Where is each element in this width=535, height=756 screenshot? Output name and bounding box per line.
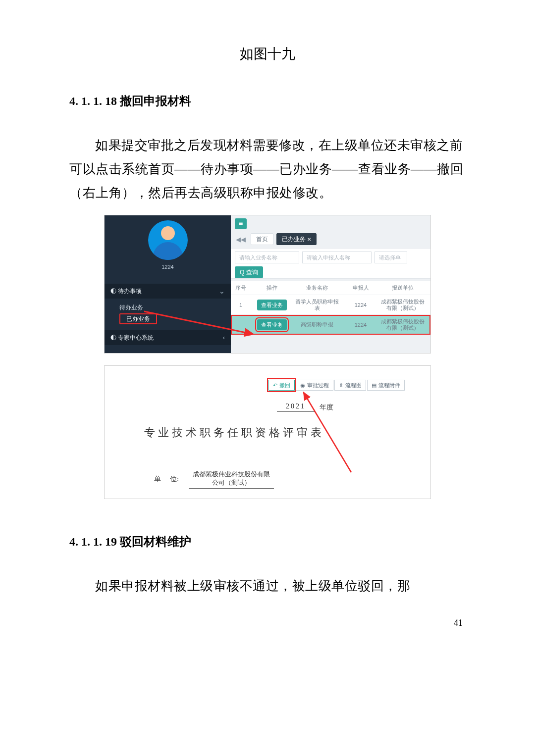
chart-icon: ⇭ xyxy=(339,380,343,390)
tab-scroll-left-icon[interactable]: ◀◀ xyxy=(234,236,248,243)
half-circle-icon: ◐ xyxy=(110,334,116,341)
sidebar-item-done[interactable]: 已办业务 xyxy=(119,313,157,324)
tab-bar: ◀◀ 首页 已办业务 xyxy=(231,232,317,246)
page-number: 41 xyxy=(69,618,466,628)
paragraph-a: 如果提交审批之后发现材料需要修改，在上级单位还未审核之前可以点击系统首页——待办… xyxy=(69,134,466,205)
doc-icon: ▤ xyxy=(372,380,376,390)
tab-done[interactable]: 已办业务 xyxy=(276,233,317,245)
recall-button[interactable]: ↶撤回 xyxy=(268,380,295,391)
screenshot-container: 1224 ◐ 待办事项 待办业务 已办业务 ◐ 专家中心系统 ≡ ◀◀ 首页 xyxy=(104,215,431,499)
flowchart-button[interactable]: ⇭流程图 xyxy=(334,380,366,391)
recall-icon: ↶ xyxy=(273,380,277,390)
attach-button[interactable]: ▤流程附件 xyxy=(367,380,405,391)
sidebar-submenu: 待办业务 已办业务 xyxy=(105,299,231,327)
detail-pane: ↶撤回 ◉审批过程 ⇭流程图 ▤流程附件 2021 年度 专业技术职务任职资格评… xyxy=(104,365,431,499)
half-circle-icon: ◐ xyxy=(110,288,116,295)
tab-home[interactable]: 首页 xyxy=(251,233,273,245)
search-icon: Q xyxy=(240,269,244,276)
detail-actions: ↶撤回 ◉审批过程 ⇭流程图 ▤流程附件 xyxy=(268,380,405,391)
figure-caption: 如图十九 xyxy=(69,45,466,63)
biz-name-input[interactable]: 请输入业务名称 xyxy=(235,252,299,263)
avatar[interactable] xyxy=(148,220,188,260)
section-heading-19: 4. 1. 1. 19 驳回材料维护 xyxy=(69,534,466,550)
applicant-input[interactable]: 请输入申报人名称 xyxy=(302,252,372,263)
view-button[interactable]: 查看业务 xyxy=(257,319,287,330)
unit-select[interactable]: 请选择单 xyxy=(374,252,407,263)
table-row[interactable]: 查看业务 高级职称申报 1224 成都紫极伟技股份有限（测试） xyxy=(231,315,430,335)
filter-bar: 请输入业务名称 请输入申报人名称 请选择单 Q查询 xyxy=(231,248,430,279)
detail-year: 2021 年度 xyxy=(277,403,333,412)
view-button[interactable]: 查看业务 xyxy=(257,300,287,310)
table-row[interactable]: 1 查看业务 留学人员职称申报表 1224 成都紫极伟技股份有限（测试） xyxy=(231,295,430,315)
hamburger-icon[interactable]: ≡ xyxy=(235,218,247,229)
process-button[interactable]: ◉审批过程 xyxy=(296,380,333,391)
app-window: 1224 ◐ 待办事项 待办业务 已办业务 ◐ 专家中心系统 ≡ ◀◀ 首页 xyxy=(104,215,431,353)
username: 1224 xyxy=(105,264,231,270)
sidebar-item-expert[interactable]: ◐ 专家中心系统 xyxy=(105,330,231,345)
detail-unit: 单位: 成都紫极伟业科技股份有限公司（测试） xyxy=(154,470,274,489)
sidebar: 1224 ◐ 待办事项 待办业务 已办业务 ◐ 专家中心系统 xyxy=(105,215,231,353)
result-grid: 序号 操作 业务名称 申报人 报送单位 1 查看业务 留学人员职称申报表 122… xyxy=(231,281,430,335)
sidebar-item-pending[interactable]: 待办业务 xyxy=(119,302,231,313)
query-button[interactable]: Q查询 xyxy=(235,266,263,278)
paragraph-b: 如果申报材料被上级审核不通过，被上级单位驳回，那 xyxy=(69,574,466,598)
sidebar-item-todo[interactable]: ◐ 待办事项 xyxy=(105,284,231,299)
section-heading-18: 4. 1. 1. 18 撤回申报材料 xyxy=(69,93,466,109)
detail-title: 专业技术职务任职资格评审表 xyxy=(144,425,324,440)
eye-icon: ◉ xyxy=(300,380,305,390)
main-pane: ≡ ◀◀ 首页 已办业务 请输入业务名称 请输入申报人名称 请选择单 Q查询 xyxy=(231,215,430,353)
grid-header: 序号 操作 业务名称 申报人 报送单位 xyxy=(231,281,430,295)
